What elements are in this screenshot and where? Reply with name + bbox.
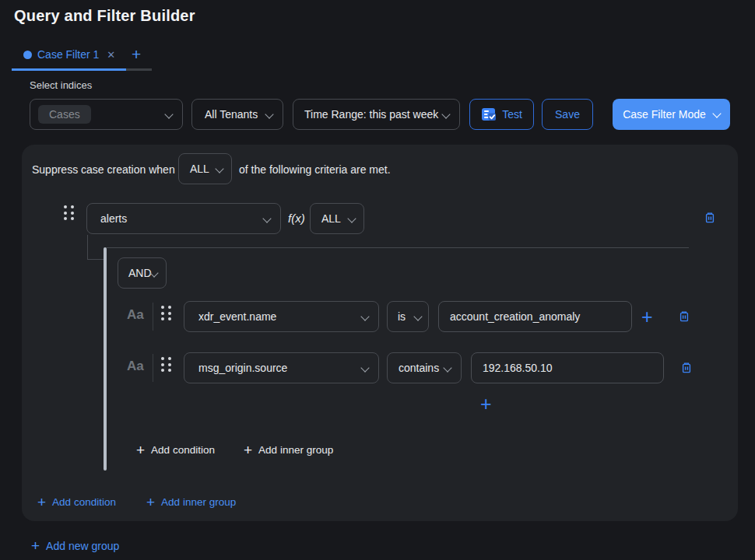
- add-new-group-label: Add new group: [46, 540, 119, 552]
- save-label: Save: [555, 108, 580, 121]
- inner-add-condition-label: Add condition: [151, 444, 215, 456]
- condition-field-value: xdr_event.name: [198, 310, 276, 323]
- source-field-select[interactable]: alerts: [86, 203, 281, 234]
- chevron-down-icon: [413, 312, 422, 320]
- plus-icon: +: [136, 443, 145, 457]
- tenants-select[interactable]: All Tenants: [191, 99, 283, 130]
- fx-function-label: f(x): [288, 212, 305, 225]
- connector-line-horizontal: [87, 259, 104, 260]
- row-divider: [153, 354, 153, 382]
- condition-field-value: msg_origin.source: [198, 362, 287, 374]
- delete-group-trash-icon[interactable]: [704, 212, 716, 224]
- add-condition-plus-icon[interactable]: +: [480, 394, 492, 414]
- group-add-inner-group-label: Add inner group: [161, 496, 236, 508]
- tab-case-filter-1[interactable]: Case Filter 1 ✕: [23, 48, 115, 61]
- inner-group-top-line: [107, 247, 689, 248]
- row-divider: [153, 303, 153, 331]
- condition-operator-select[interactable]: is: [387, 301, 429, 332]
- source-field-value: alerts: [100, 212, 127, 225]
- drag-handle-icon[interactable]: [161, 357, 171, 372]
- chevron-down-icon: [265, 110, 273, 118]
- case-sensitivity-toggle[interactable]: Aa: [127, 359, 144, 374]
- condition-operator-value: is: [398, 310, 406, 323]
- suppress-operator-select[interactable]: ALL: [178, 153, 232, 184]
- chevron-down-icon: [441, 110, 450, 118]
- suppress-prefix-text: Suppress case creation when: [32, 163, 175, 176]
- filter-group-panel: [22, 145, 738, 521]
- add-tab-button[interactable]: +: [132, 45, 141, 64]
- plus-icon: +: [146, 495, 155, 509]
- add-value-plus-icon[interactable]: +: [641, 307, 653, 327]
- case-filter-mode-button[interactable]: Case Filter Mode: [613, 99, 730, 130]
- mode-label: Case Filter Mode: [623, 108, 706, 121]
- active-tab-indicator: [12, 68, 126, 71]
- delete-condition-trash-icon[interactable]: [678, 310, 690, 323]
- time-range-value: Time Range: this past week: [304, 108, 438, 121]
- condition-field-select[interactable]: msg_origin.source: [184, 352, 379, 383]
- case-sensitivity-toggle[interactable]: Aa: [127, 307, 144, 323]
- source-operator-value: ALL: [321, 212, 341, 225]
- source-operator-select[interactable]: ALL: [310, 203, 364, 234]
- chevron-down-icon: [215, 164, 223, 173]
- group-add-condition-label: Add condition: [52, 496, 116, 508]
- test-button[interactable]: Test: [469, 99, 534, 130]
- chevron-down-icon: [360, 312, 369, 320]
- test-label: Test: [502, 108, 522, 121]
- condition-value-input[interactable]: [471, 352, 664, 383]
- condition-field-select[interactable]: xdr_event.name: [184, 301, 379, 332]
- connector-line-vertical: [87, 235, 88, 260]
- inner-add-inner-group-link[interactable]: + Add inner group: [244, 443, 333, 457]
- tenants-value: All Tenants: [205, 108, 258, 121]
- suppress-operator-value: ALL: [190, 163, 209, 175]
- indices-select[interactable]: Cases: [30, 99, 183, 130]
- condition-operator-select[interactable]: contains: [387, 352, 462, 383]
- tab-status-dot-icon: [23, 51, 32, 59]
- logic-operator-select[interactable]: AND: [118, 257, 167, 289]
- time-range-select[interactable]: Time Range: this past week: [293, 99, 460, 130]
- group-add-condition-link[interactable]: + Add condition: [37, 495, 116, 509]
- suppress-suffix-text: of the following criteria are met.: [239, 163, 391, 176]
- inner-add-inner-group-label: Add inner group: [258, 444, 333, 456]
- chevron-down-icon: [262, 214, 271, 222]
- group-add-inner-group-link[interactable]: + Add inner group: [146, 495, 236, 509]
- delete-condition-trash-icon[interactable]: [680, 362, 693, 374]
- indices-chip[interactable]: Cases: [38, 105, 91, 124]
- plus-icon: +: [31, 538, 40, 553]
- logic-operator-value: AND: [128, 267, 152, 279]
- drag-handle-icon[interactable]: [161, 306, 171, 320]
- query-filter-builder-screen: Query and Filter Builder Case Filter 1 ✕…: [0, 0, 755, 560]
- chevron-down-icon: [347, 214, 356, 222]
- plus-icon: +: [37, 495, 46, 509]
- page-title: Query and Filter Builder: [14, 7, 195, 25]
- inner-add-condition-link[interactable]: + Add condition: [136, 443, 215, 457]
- condition-value-input[interactable]: [438, 301, 632, 332]
- chevron-down-icon: [443, 363, 451, 372]
- chevron-down-icon: [360, 363, 369, 372]
- select-indices-label: Select indices: [30, 79, 92, 91]
- condition-operator-value: contains: [399, 362, 439, 374]
- plus-icon: +: [244, 443, 252, 457]
- test-checklist-icon: [481, 107, 497, 122]
- chevron-down-icon: [712, 109, 721, 117]
- tab-label: Case Filter 1: [37, 48, 99, 61]
- inner-group-indent-bar: [104, 247, 107, 471]
- chevron-down-icon: [164, 110, 173, 118]
- tab-indicator-track: [126, 68, 152, 71]
- drag-handle-icon[interactable]: [64, 205, 74, 220]
- save-button[interactable]: Save: [542, 99, 593, 130]
- tab-close-icon[interactable]: ✕: [107, 49, 115, 61]
- add-new-group-link[interactable]: + Add new group: [31, 538, 119, 553]
